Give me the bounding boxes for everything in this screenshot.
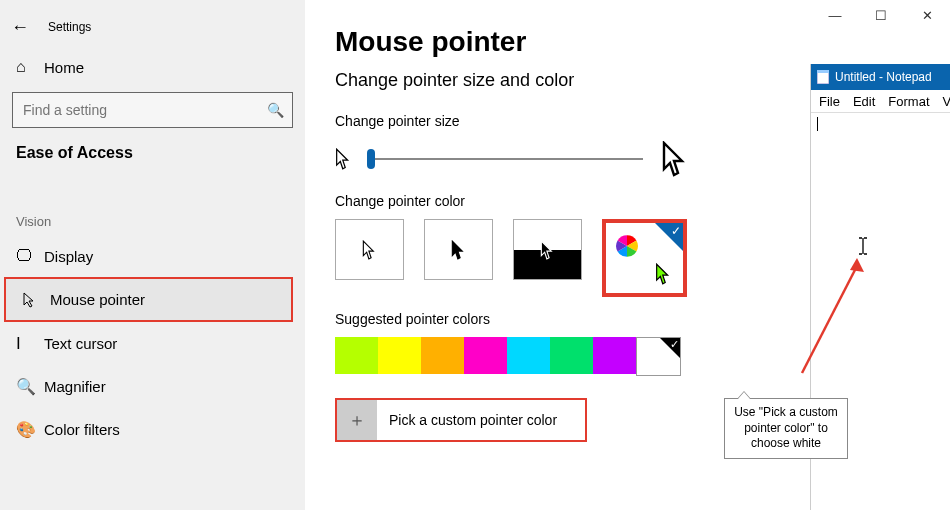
- suggested-color-swatch[interactable]: [550, 337, 593, 374]
- minimize-button[interactable]: —: [812, 0, 858, 30]
- back-button[interactable]: ←: [0, 10, 40, 44]
- selected-check-icon: [655, 223, 683, 251]
- pointer-color-black[interactable]: [424, 219, 493, 280]
- suggested-color-swatch[interactable]: [378, 337, 421, 374]
- notepad-menu-item[interactable]: Format: [888, 94, 929, 109]
- sidebar-item-label: Magnifier: [44, 378, 106, 395]
- suggested-color-swatch[interactable]: [335, 337, 378, 374]
- color-wheel-icon: [614, 233, 640, 259]
- page-title: Mouse pointer: [335, 26, 940, 58]
- notepad-titlebar[interactable]: Untitled - Notepad: [811, 64, 950, 90]
- group-label-vision: Vision: [0, 214, 305, 235]
- app-title: Settings: [40, 20, 91, 34]
- notepad-menu-item[interactable]: Vi: [943, 94, 950, 109]
- annotation-arrow: [792, 258, 872, 378]
- pointer-color-custom[interactable]: [602, 219, 687, 297]
- sidebar-item-magnifier[interactable]: 🔍 Magnifier: [0, 365, 305, 408]
- text-caret: [817, 117, 818, 131]
- suggested-color-swatch[interactable]: [593, 337, 636, 374]
- pointer-icon: [22, 292, 50, 308]
- slider-thumb[interactable]: [367, 149, 375, 169]
- ibeam-cursor-icon: [857, 237, 869, 255]
- text-cursor-icon: Ⅰ: [16, 334, 44, 353]
- notepad-menu-item[interactable]: Edit: [853, 94, 875, 109]
- cursor-green-icon: [655, 263, 673, 285]
- sidebar-item-display[interactable]: 🖵 Display: [0, 235, 305, 277]
- pointer-color-inverted[interactable]: [513, 219, 582, 280]
- pointer-color-white[interactable]: [335, 219, 404, 280]
- search-input-wrap[interactable]: 🔍: [12, 92, 293, 128]
- sidebar: ← Settings ⌂ Home 🔍 Ease of Access Visio…: [0, 0, 305, 510]
- section-heading: Ease of Access: [0, 142, 305, 174]
- sidebar-item-text-cursor[interactable]: Ⅰ Text cursor: [0, 322, 305, 365]
- display-icon: 🖵: [16, 247, 44, 265]
- notepad-title-text: Untitled - Notepad: [835, 70, 932, 84]
- sidebar-item-label: Display: [44, 248, 93, 265]
- pick-custom-color-button[interactable]: ＋ Pick a custom pointer color: [335, 398, 587, 442]
- cursor-large-icon: [661, 141, 701, 177]
- sidebar-item-color-filters[interactable]: 🎨 Color filters: [0, 408, 305, 451]
- search-input[interactable]: [13, 102, 258, 118]
- svg-marker-4: [850, 258, 864, 272]
- notepad-menubar[interactable]: FileEditFormatVi: [811, 90, 950, 113]
- annotation-callout: Use "Pick a custom pointer color" to cho…: [724, 398, 848, 459]
- home-label: Home: [44, 59, 84, 76]
- svg-rect-2: [817, 70, 829, 73]
- sidebar-item-mouse-pointer[interactable]: Mouse pointer: [6, 279, 291, 320]
- plus-icon: ＋: [337, 400, 377, 440]
- search-icon: 🔍: [258, 102, 292, 118]
- notepad-icon: [817, 70, 829, 84]
- suggested-color-swatch[interactable]: [636, 337, 681, 376]
- svg-line-3: [802, 266, 857, 373]
- pick-custom-label: Pick a custom pointer color: [377, 412, 557, 428]
- notepad-menu-item[interactable]: File: [819, 94, 840, 109]
- suggested-color-swatch[interactable]: [507, 337, 550, 374]
- suggested-color-swatch[interactable]: [421, 337, 464, 374]
- sidebar-item-label: Color filters: [44, 421, 120, 438]
- svg-rect-1: [817, 72, 829, 84]
- home-icon: ⌂: [16, 58, 44, 76]
- palette-icon: 🎨: [16, 420, 44, 439]
- sidebar-item-label: Mouse pointer: [50, 291, 145, 308]
- callout-text: Use "Pick a custom pointer color" to cho…: [734, 405, 838, 450]
- maximize-button[interactable]: ☐: [858, 0, 904, 30]
- pointer-size-slider[interactable]: [367, 158, 643, 160]
- selected-check-icon: [660, 338, 680, 358]
- suggested-color-swatch[interactable]: [464, 337, 507, 374]
- sidebar-item-label: Text cursor: [44, 335, 117, 352]
- close-button[interactable]: ✕: [904, 0, 950, 30]
- window-controls: — ☐ ✕: [812, 0, 950, 30]
- home-nav[interactable]: ⌂ Home: [0, 44, 305, 84]
- cursor-small-icon: [335, 148, 361, 170]
- magnifier-icon: 🔍: [16, 377, 44, 396]
